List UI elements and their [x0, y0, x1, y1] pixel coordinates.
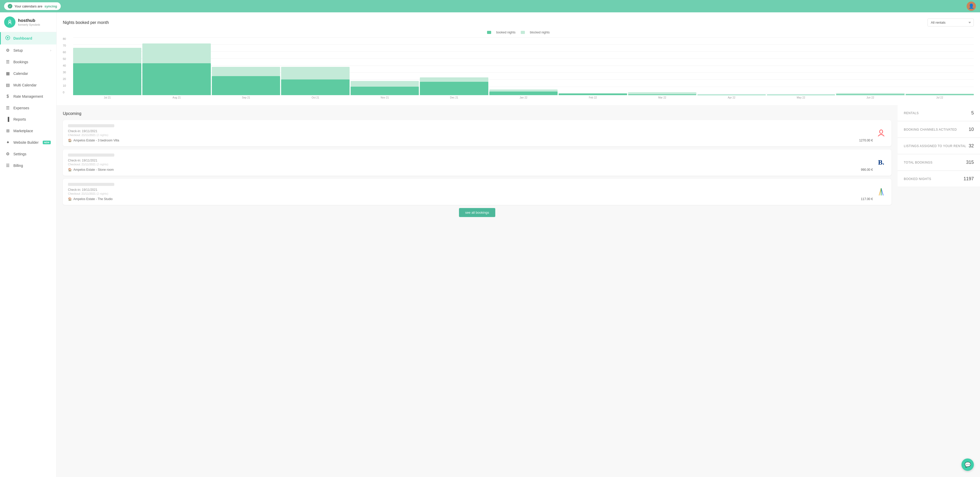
stats-panel: RENTALS 5 BOOKING CHANNELS ACTIVATED 10 …	[897, 105, 980, 223]
blocked-legend-dot	[521, 31, 525, 34]
stat-value: 1197	[964, 176, 974, 182]
sidebar-item-rate-management[interactable]: $ Rate Management	[0, 91, 56, 102]
brand-logo-icon	[4, 16, 16, 28]
bar-booked	[281, 79, 349, 95]
bar-label: Sep 21	[242, 96, 250, 99]
bar-label: Feb 22	[589, 96, 597, 99]
bar-label: Dec 21	[450, 96, 458, 99]
bar-booked	[351, 87, 419, 95]
stat-row: LISTINGS ASSIGNED TO YOUR RENTAL 32	[897, 138, 980, 154]
booking-card[interactable]: Check-in: 19/11/2021 Checkout: 21/11/202…	[63, 179, 891, 205]
bar-group: May 22	[767, 38, 835, 99]
brand-name: hosthub	[18, 18, 40, 23]
booking-checkin: Check-in: 19/11/2021	[68, 188, 873, 192]
upcoming-title: Upcoming	[63, 111, 891, 116]
sidebar-item-setup[interactable]: ⚙ Setup ›	[0, 44, 56, 56]
booking-name-redacted	[68, 183, 114, 186]
sidebar-item-multi-calendar[interactable]: ▤ Multi Calendar	[0, 79, 56, 91]
nav-icon-reports: ▐	[5, 117, 10, 122]
booking-price: 117.00 €	[861, 197, 873, 201]
bar-booked	[142, 63, 210, 95]
blocked-legend-label: blocked nights	[530, 31, 550, 34]
sidebar-item-billing[interactable]: ☰ Billing	[0, 160, 56, 171]
sidebar-item-calendar[interactable]: ▦ Calendar	[0, 68, 56, 79]
bar-booked	[212, 76, 280, 95]
bar-booked	[73, 63, 141, 95]
booking-card[interactable]: Check-in: 19/11/2021 Checkout: 21/11/202…	[63, 149, 891, 176]
nav-label-reports: Reports	[13, 117, 26, 121]
chart-title: Nights booked per month	[63, 20, 109, 25]
booking-checkout: Checkout: 21/11/2021 (2 nights)	[68, 163, 873, 166]
bar-booked	[420, 82, 488, 95]
sync-icon: ✓	[8, 4, 12, 8]
other-channel-icon	[876, 187, 886, 197]
bar-group: Sep 21	[212, 38, 280, 99]
see-all-bookings-button[interactable]: see all bookings	[459, 208, 495, 217]
stat-row: BOOKED NIGHTS 1197	[897, 171, 980, 187]
nav-icon-website-builder: ✦	[5, 140, 10, 145]
chart-filter-select[interactable]: All rentals	[928, 19, 974, 27]
sidebar-item-settings[interactable]: ⚙ Settings	[0, 148, 56, 160]
sidebar-item-website-builder[interactable]: ✦ Website Builder NEW	[0, 136, 56, 148]
sidebar-item-reports[interactable]: ▐ Reports	[0, 114, 56, 125]
nav-label-bookings: Bookings	[13, 60, 28, 64]
bar-group: Jul 21	[73, 38, 141, 99]
house-icon: 🏠	[68, 139, 72, 142]
stat-value: 5	[971, 110, 974, 116]
booking-info: Check-in: 19/11/2021 Checkout: 21/11/202…	[68, 124, 873, 142]
nav-label-website-builder: Website Builder	[13, 140, 38, 144]
nav-icon-expenses: ☰	[5, 105, 10, 110]
sidebar-item-expenses[interactable]: ☰ Expenses	[0, 102, 56, 114]
sync-link[interactable]: syncing	[45, 5, 57, 8]
stat-label: RENTALS	[904, 111, 919, 115]
svg-point-2	[7, 37, 8, 38]
booking-info: Check-in: 19/11/2021 Checkout: 21/11/202…	[68, 183, 873, 201]
booking-price: 990.00 €	[861, 168, 873, 171]
bar-booked	[905, 94, 974, 95]
booking-info: Check-in: 19/11/2021 Checkout: 21/11/202…	[68, 154, 873, 171]
booking-property: 🏠 Ampelos Estate - The Studio 117.00 €	[68, 197, 873, 201]
bar-group: Apr 22	[697, 38, 765, 99]
nav-icon-bookings: ☰	[5, 59, 10, 64]
bar-label: Nov 21	[381, 96, 389, 99]
bar-label: Oct 21	[312, 96, 319, 99]
stat-label: LISTINGS ASSIGNED TO YOUR RENTAL	[904, 144, 966, 148]
booking-property: 🏠 Ampelos Estate - 3 bedroom Villa 1270.…	[68, 139, 873, 142]
sidebar-item-marketplace[interactable]: ⊞ Marketplace	[0, 125, 56, 136]
bar-label: Apr 22	[728, 96, 735, 99]
booking-checkout: Checkout: 21/11/2021 (2 nights)	[68, 133, 873, 136]
bar-booked	[767, 95, 835, 95]
nav-icon-dashboard	[5, 35, 10, 41]
nav-icon-setup: ⚙	[5, 48, 10, 53]
stat-value: 10	[969, 127, 974, 132]
bar-chart: Jul 21 Aug 21 Sep 21 Oct 21 Nov 21 Dec 2…	[63, 37, 974, 99]
bar-group: Jul 22	[905, 38, 974, 99]
bar-label: Aug 21	[172, 96, 181, 99]
sync-notification: ✓ Your calendars are syncing	[4, 2, 61, 10]
booking-name-redacted	[68, 124, 114, 127]
nav-icon-calendar: ▦	[5, 71, 10, 76]
bar-label: Jul 22	[936, 96, 943, 99]
nav-label-rate-management: Rate Management	[13, 94, 43, 98]
nav-badge-website-builder: NEW	[43, 141, 51, 144]
sync-text: Your calendars are	[14, 5, 43, 8]
bar-group: Jun 22	[836, 38, 904, 99]
bar-label: Jan 22	[520, 96, 527, 99]
bar-group: Aug 21	[142, 38, 210, 99]
sidebar-item-dashboard[interactable]: Dashboard	[0, 32, 56, 44]
avatar[interactable]: 👤	[967, 2, 976, 11]
chat-button[interactable]: 💬	[961, 458, 974, 471]
bar-chart-wrap: 01020304050607080 Jul 21 Aug 21 Sep 21 O…	[63, 37, 974, 99]
bar-group: Mar 22	[628, 38, 696, 99]
bar-booked	[836, 94, 904, 95]
nav-label-dashboard: Dashboard	[13, 36, 32, 40]
booking-card[interactable]: Check-in: 19/11/2021 Checkout: 21/11/202…	[63, 120, 891, 146]
house-icon: 🏠	[68, 168, 72, 171]
svg-point-3	[880, 130, 883, 133]
sidebar-item-bookings[interactable]: ☰ Bookings	[0, 56, 56, 68]
bar-group: Feb 22	[558, 38, 627, 99]
booked-legend-label: booked nights	[496, 31, 515, 34]
bar-booked	[628, 94, 696, 95]
stat-row: TOTAL BOOKINGS 315	[897, 155, 980, 171]
stat-value: 315	[966, 160, 974, 165]
